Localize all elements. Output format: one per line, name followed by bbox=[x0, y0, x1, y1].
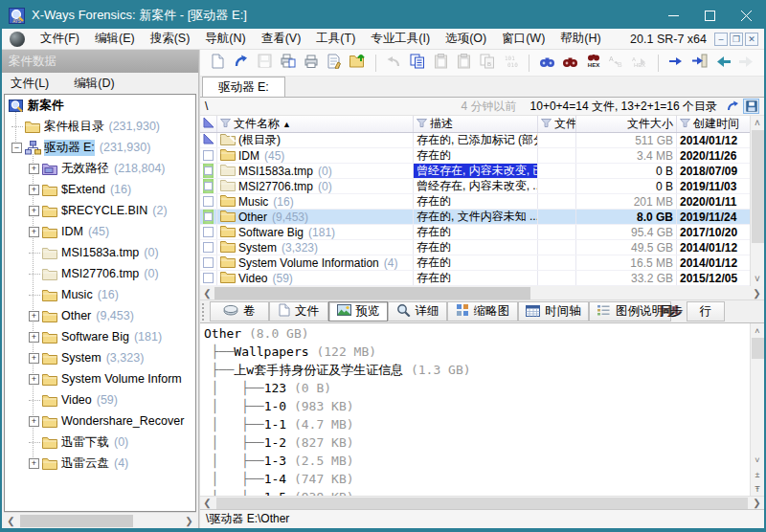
file-size-cell[interactable]: 0 B bbox=[576, 179, 677, 193]
file-size-cell[interactable]: 8.0 GB bbox=[576, 210, 677, 224]
mode-tab-缩略图[interactable]: 缩略图 bbox=[447, 301, 518, 321]
scroll-down-icon[interactable]: ˅ bbox=[751, 453, 765, 467]
scroll-up-icon[interactable]: ˄ bbox=[751, 116, 765, 130]
file-name-cell[interactable]: Video(59) bbox=[217, 271, 414, 285]
file-name-cell[interactable]: MSI1583a.tmp(0) bbox=[217, 164, 414, 178]
properties-button[interactable] bbox=[323, 52, 346, 74]
file-name-cell[interactable]: MSI27706.tmp(0) bbox=[217, 179, 414, 193]
tree-item-msi1583a-tmp[interactable]: MSI1583a.tmp(0) bbox=[5, 242, 195, 263]
created-cell[interactable]: 2017/10/20 bbox=[677, 225, 750, 239]
file-row-system-volume-information[interactable]: System Volume Information(4)存在的16.5 MB20… bbox=[200, 255, 750, 271]
search-button[interactable] bbox=[535, 52, 558, 74]
created-cell[interactable]: 2014/01/12 bbox=[677, 240, 750, 255]
column-header-描述[interactable]: 描述 bbox=[414, 116, 538, 132]
paste-into-button[interactable] bbox=[453, 52, 476, 74]
file-row-system[interactable]: System(3,323)存在的49.5 GB2014/01/12 bbox=[200, 240, 750, 255]
hscroll-thumb[interactable] bbox=[214, 287, 530, 299]
checkbox-icon[interactable] bbox=[203, 150, 214, 161]
file-type-cell[interactable] bbox=[538, 255, 576, 270]
tree-item-other[interactable]: +Other(9,453) bbox=[5, 305, 195, 326]
file-row-other[interactable]: Other(9,453)存在的, 文件内容未知 ...8.0 GB2019/11… bbox=[200, 210, 750, 225]
row-select-cell[interactable] bbox=[200, 255, 217, 270]
file-size-cell[interactable]: 33.2 GB bbox=[576, 271, 677, 285]
row-select-cell[interactable] bbox=[200, 271, 217, 285]
description-cell[interactable]: 存在的, 文件内容未知 ... bbox=[414, 210, 538, 224]
minimize-button[interactable] bbox=[655, 2, 691, 29]
mode-tab-预览[interactable]: 预览 bbox=[328, 301, 388, 321]
scroll-left-icon[interactable]: ❮ bbox=[4, 514, 18, 528]
checkbox-icon[interactable] bbox=[203, 227, 214, 237]
file-name-cell[interactable]: (根目录) bbox=[217, 133, 414, 147]
collapse-minus-icon[interactable]: − bbox=[11, 143, 22, 153]
mode-tab-时间轴[interactable]: 时间轴 bbox=[518, 301, 589, 321]
tree-item--[interactable]: 案件根目录(231,930) bbox=[5, 116, 195, 137]
expand-plus-icon[interactable]: + bbox=[29, 332, 39, 343]
close-button[interactable] bbox=[728, 2, 764, 29]
scroll-right-icon[interactable]: ❯ bbox=[750, 496, 764, 510]
goto-page-button[interactable] bbox=[688, 52, 711, 74]
maximize-button[interactable] bbox=[691, 2, 728, 29]
forward-button[interactable] bbox=[735, 52, 758, 74]
file-name-cell[interactable]: Other(9,453) bbox=[217, 210, 414, 224]
mode-tab-同步[interactable]: 同步 bbox=[654, 301, 687, 321]
file-row-msi1583a-tmp[interactable]: MSI1583a.tmp(0)曾经存在, 内容未改变, 已查看0 B2018/0… bbox=[200, 164, 750, 179]
scroll-up-icon[interactable]: ˄ bbox=[751, 323, 765, 338]
scroll-right-icon[interactable]: ❯ bbox=[182, 514, 196, 528]
created-cell[interactable]: 2020/11/26 bbox=[677, 148, 750, 163]
file-list-vscrollbar[interactable]: ˄ ˅ bbox=[750, 116, 764, 286]
menubar-item-7[interactable]: 专业工具(I) bbox=[363, 29, 438, 49]
file-size-cell[interactable]: 0 B bbox=[576, 164, 677, 178]
column-header-创建时间[interactable]: 创建时间 bbox=[677, 116, 750, 132]
description-cell[interactable]: 存在的 bbox=[414, 271, 538, 285]
created-cell[interactable]: 2014/01/12 bbox=[677, 133, 750, 147]
file-size-cell[interactable]: 3.4 MB bbox=[576, 148, 677, 163]
tagged-checkbox[interactable] bbox=[203, 179, 214, 193]
tree-item-idm[interactable]: +IDM(45) bbox=[5, 221, 195, 242]
tree-item--[interactable]: +迅雷云盘(4) bbox=[5, 453, 195, 474]
new-file-button[interactable] bbox=[206, 52, 229, 74]
toolbar-grip[interactable] bbox=[202, 303, 207, 321]
expand-plus-icon[interactable]: + bbox=[29, 185, 39, 195]
preview-hscrollbar[interactable]: ❮ ❯ bbox=[200, 496, 764, 509]
file-type-cell[interactable] bbox=[538, 164, 576, 178]
preview-vscrollbar[interactable]: ˄ ˅ ± Ŧ bbox=[750, 323, 764, 496]
description-cell[interactable]: 存在的 bbox=[414, 225, 538, 239]
menubar-item-2[interactable]: 编辑(E) bbox=[87, 29, 143, 49]
tree-item-wondershare_recover[interactable]: +Wondershare_Recover bbox=[5, 410, 195, 432]
file-row-video[interactable]: Video(59)存在的33.2 GB2015/12/05 bbox=[200, 271, 750, 286]
copy-button[interactable] bbox=[406, 52, 429, 74]
tree-item--extend[interactable]: +$Extend(16) bbox=[5, 179, 195, 200]
vscroll-thumb[interactable] bbox=[752, 130, 764, 243]
print-preview-button[interactable] bbox=[276, 52, 299, 74]
tree-item-video[interactable]: Video(59) bbox=[5, 389, 195, 410]
tagged-checkbox[interactable] bbox=[203, 164, 214, 178]
copy-block-button[interactable]: B bbox=[476, 52, 499, 74]
mode-tab-卷[interactable]: 卷 bbox=[210, 301, 269, 321]
file-name-cell[interactable]: System(3,323) bbox=[217, 240, 414, 255]
description-cell[interactable]: 存在的, 已添加标记 (部分... bbox=[414, 133, 538, 147]
file-type-cell[interactable] bbox=[538, 194, 576, 209]
file-type-cell[interactable] bbox=[538, 225, 576, 239]
page-jump-icon[interactable]: ± bbox=[751, 467, 765, 481]
column-header-文件名称[interactable]: 文件名称▲ bbox=[217, 116, 414, 132]
case-tree-hscrollbar[interactable]: ❮ ❯ bbox=[4, 512, 196, 528]
file-row-msi27706-tmp[interactable]: MSI27706.tmp(0)曾经存在, 内容未改变, ...0 B2019/1… bbox=[200, 179, 750, 194]
mode-tab-行[interactable]: 行 bbox=[687, 301, 725, 321]
tree-item--[interactable]: 迅雷下载(0) bbox=[5, 432, 195, 453]
row-select-cell[interactable] bbox=[200, 194, 217, 209]
file-type-cell[interactable] bbox=[538, 240, 576, 255]
mdi-minimize-button[interactable]: – bbox=[714, 33, 728, 46]
created-cell[interactable]: 2019/11/03 bbox=[677, 179, 750, 193]
expand-plus-icon[interactable]: + bbox=[29, 227, 39, 237]
case-menu-item-2[interactable]: 编辑(D) bbox=[74, 76, 114, 91]
checkbox-icon[interactable] bbox=[203, 242, 214, 253]
system-menu-icon[interactable] bbox=[10, 32, 25, 47]
hscroll-thumb[interactable] bbox=[20, 515, 133, 527]
file-name-cell[interactable]: Music(16) bbox=[217, 194, 414, 209]
description-cell[interactable]: 存在的 bbox=[414, 148, 538, 163]
file-list-hscrollbar[interactable]: ❮ ❯ bbox=[200, 286, 764, 300]
file-name-cell[interactable]: System Volume Information(4) bbox=[217, 255, 414, 270]
expand-plus-icon[interactable]: + bbox=[29, 416, 39, 427]
hscroll-thumb[interactable] bbox=[216, 498, 748, 509]
file-type-cell[interactable] bbox=[538, 133, 576, 147]
